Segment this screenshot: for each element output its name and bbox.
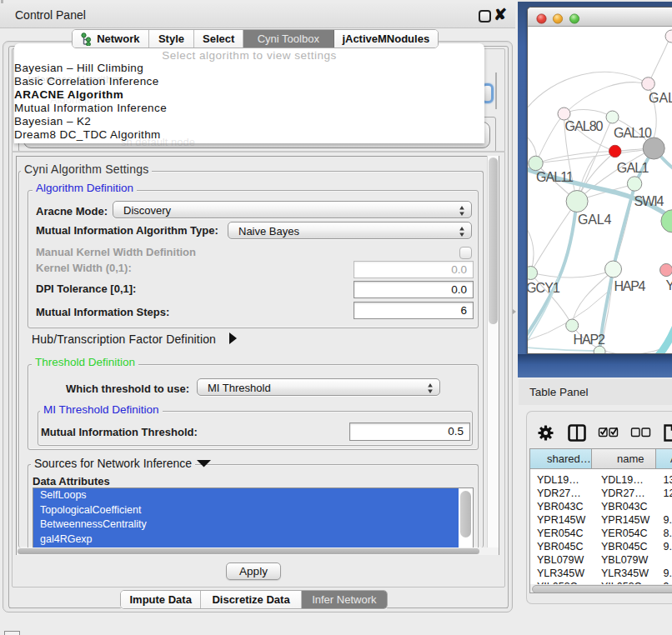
svg-text:GAL11: GAL11	[536, 170, 574, 184]
svg-text:GAL4: GAL4	[578, 212, 612, 227]
svg-text:HAP2: HAP2	[574, 332, 606, 347]
svg-text:SWI4: SWI4	[634, 194, 664, 208]
svg-text:GAL1: GAL1	[617, 161, 649, 175]
svg-text:HAP4: HAP4	[614, 279, 646, 293]
svg-text:GAL7: GAL7	[649, 91, 672, 105]
svg-text:YJ: YJ	[666, 278, 672, 292]
svg-text:GAL10: GAL10	[614, 126, 652, 140]
svg-text:GAL80: GAL80	[565, 119, 604, 133]
svg-text:GCY1: GCY1	[528, 281, 560, 295]
